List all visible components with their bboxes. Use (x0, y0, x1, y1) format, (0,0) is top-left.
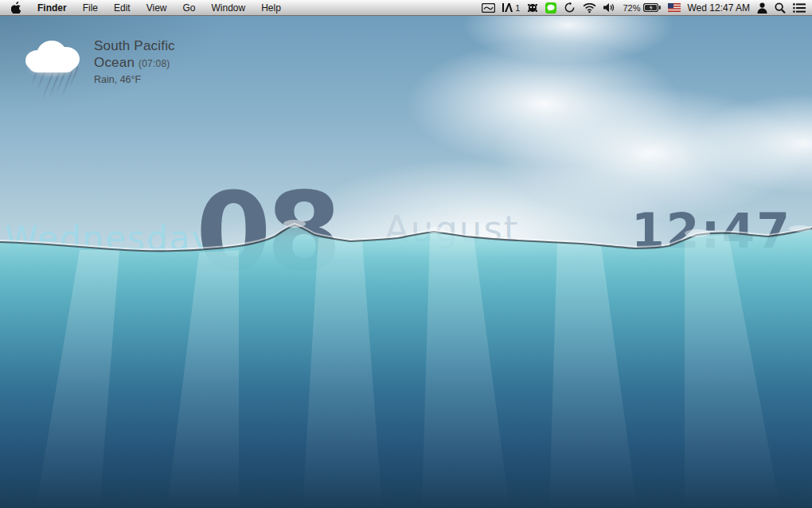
user-icon (757, 2, 767, 14)
volume-icon (603, 2, 615, 13)
menu-finder[interactable]: Finder (29, 0, 75, 15)
weather-location-line1: South Pacific (94, 38, 175, 53)
menu-extra-line[interactable] (545, 0, 556, 15)
battery-icon (643, 3, 661, 12)
menu-extra-input-flag[interactable] (668, 0, 681, 15)
menu-extra-display[interactable] (482, 0, 495, 15)
menu-go[interactable]: Go (175, 0, 204, 15)
menu-bar-status-area: 1 (482, 0, 812, 15)
wifi-icon (583, 3, 596, 13)
sync-icon (564, 2, 576, 14)
notification-center-icon (793, 3, 806, 13)
menu-bar-left: Finder File Edit View Go Window Help (0, 0, 289, 15)
apple-icon (11, 2, 21, 14)
display-wave-icon (482, 3, 495, 13)
rain-cloud-icon (19, 33, 88, 100)
weather-report-time: (07:08) (139, 58, 170, 69)
ocean-water (0, 214, 812, 508)
menu-extra-bug[interactable] (527, 0, 538, 15)
menu-edit[interactable]: Edit (106, 0, 139, 15)
desktop-wallpaper[interactable]: Wednesday 08 August 12:47 (0, 15, 812, 508)
macos-desktop: Finder File Edit View Go Window Help 1 (0, 0, 812, 508)
menu-extra-wifi[interactable] (583, 0, 596, 15)
menu-extra-sync[interactable] (564, 0, 576, 15)
app-a-count: 1 (515, 3, 520, 13)
weather-location-line2: Ocean (94, 55, 135, 70)
weather-text: South Pacific Ocean (07:08) Rain, 46°F (94, 37, 175, 100)
menu-help[interactable]: Help (253, 0, 289, 15)
menu-notification-center[interactable] (793, 0, 806, 15)
menu-bar: Finder File Edit View Go Window Help 1 (0, 0, 812, 16)
app-a-icon (502, 2, 513, 13)
menu-extra-volume[interactable] (603, 0, 615, 15)
line-messenger-icon (545, 2, 556, 14)
us-flag-icon (668, 3, 681, 12)
menu-extra-battery[interactable]: 72% (623, 0, 660, 15)
clock-text: Wed 12:47 AM (688, 2, 751, 14)
bug-icon (527, 2, 538, 14)
search-icon (775, 2, 786, 14)
menu-spotlight[interactable] (775, 0, 786, 15)
weather-conditions: Rain, 46°F (94, 74, 175, 85)
menu-view[interactable]: View (139, 0, 175, 15)
menu-clock[interactable]: Wed 12:47 AM (688, 0, 751, 15)
battery-percent: 72% (623, 3, 640, 13)
menu-file[interactable]: File (75, 0, 106, 15)
apple-menu[interactable] (10, 0, 29, 15)
menu-extra-app-a[interactable]: 1 (502, 0, 520, 15)
weather-widget: South Pacific Ocean (07:08) Rain, 46°F (19, 33, 175, 100)
menu-extra-user[interactable] (757, 0, 767, 15)
menu-window[interactable]: Window (204, 0, 254, 15)
